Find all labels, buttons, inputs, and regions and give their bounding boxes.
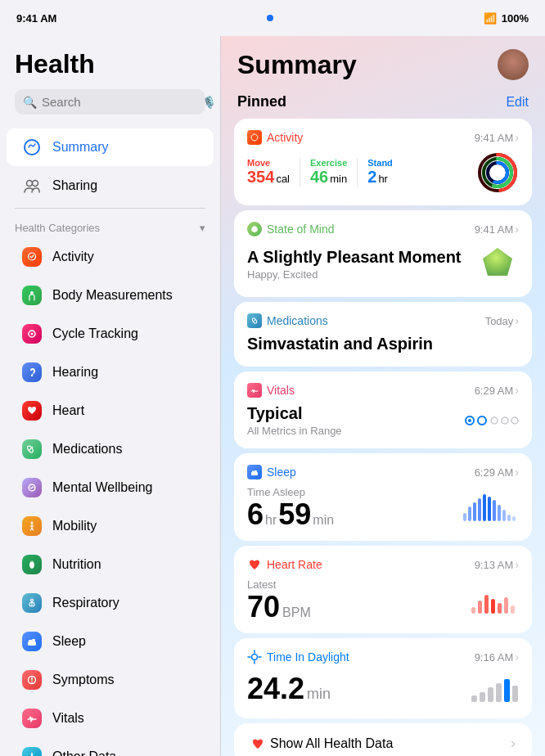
sidebar-item-label-activity: Activity bbox=[52, 250, 94, 264]
sidebar-item-activity[interactable]: Activity bbox=[7, 238, 214, 276]
sidebar-item-respiratory[interactable]: Respiratory bbox=[7, 584, 214, 622]
mic-icon[interactable]: 🎙️ bbox=[202, 96, 216, 109]
sidebar-item-heart[interactable]: Heart bbox=[7, 392, 214, 430]
move-label: Move bbox=[247, 158, 290, 168]
svg-point-37 bbox=[491, 417, 498, 424]
hr-title-row: Heart Rate bbox=[247, 557, 322, 572]
vitals-card-title: Vitals bbox=[267, 384, 295, 397]
daylight-chart bbox=[470, 671, 519, 707]
divider-metric-1 bbox=[300, 158, 300, 187]
svg-rect-60 bbox=[511, 605, 515, 614]
sidebar-item-label-respiratory: Respiratory bbox=[52, 596, 119, 610]
vitals-title-row: Vitals bbox=[247, 383, 295, 398]
sidebar-item-label-summary: Summary bbox=[52, 140, 108, 155]
sidebar-item-label-heart: Heart bbox=[52, 403, 84, 418]
svg-rect-53 bbox=[512, 516, 516, 521]
vitals-chevron: › bbox=[515, 384, 519, 397]
svg-point-0 bbox=[25, 140, 39, 155]
sidebar-item-vitals[interactable]: Vitals bbox=[7, 700, 214, 737]
search-bar[interactable]: 🔍 🎙️ bbox=[15, 89, 205, 115]
sidebar-item-mobility[interactable]: Mobility bbox=[7, 507, 214, 545]
health-categories-label: Health Categories bbox=[15, 222, 100, 234]
sidebar-item-label-sleep: Sleep bbox=[52, 634, 86, 649]
activity-card-icon bbox=[247, 130, 262, 145]
hr-value-group: 70 BPM bbox=[247, 592, 311, 622]
show-all-row[interactable]: Show All Health Data › bbox=[234, 723, 532, 756]
sidebar-nav: Summary Sharing Health Categories bbox=[0, 121, 220, 756]
state-of-mind-card[interactable]: State of Mind 9:41 AM › A Slightly Pleas… bbox=[234, 210, 532, 297]
meds-chevron: › bbox=[515, 314, 519, 327]
health-categories-header[interactable]: Health Categories ▾ bbox=[0, 212, 220, 237]
sleep-title-row: Sleep bbox=[247, 465, 296, 479]
vitals-text-group: Typical All Metrics in Range bbox=[247, 404, 342, 437]
symptoms-icon bbox=[21, 669, 43, 691]
sleep-card-icon bbox=[247, 465, 262, 479]
status-time: 9:41 AM bbox=[16, 12, 56, 25]
edit-button[interactable]: Edit bbox=[506, 95, 529, 110]
daylight-text-group: 24.2 min bbox=[247, 674, 331, 704]
hr-value: 70 bbox=[247, 592, 280, 622]
vitals-card[interactable]: Vitals 6:29 AM › Typical All Metrics in … bbox=[234, 371, 532, 448]
sidebar-item-cycle-tracking[interactable]: Cycle Tracking bbox=[7, 315, 214, 353]
hr-card-icon bbox=[247, 557, 262, 572]
search-input[interactable] bbox=[42, 95, 197, 109]
daylight-card[interactable]: Time In Daylight 9:16 AM › 24.2 min bbox=[234, 638, 532, 718]
sidebar-item-label-mobility: Mobility bbox=[52, 519, 97, 533]
sidebar-item-sharing[interactable]: Sharing bbox=[7, 167, 214, 205]
sidebar-item-body-measurements[interactable]: Body Measurements bbox=[7, 277, 214, 314]
sidebar-item-label-mental: Mental Wellbeing bbox=[52, 480, 152, 495]
svg-rect-66 bbox=[471, 695, 477, 702]
mobility-icon bbox=[21, 515, 43, 537]
heart-rate-card[interactable]: Heart Rate 9:13 AM › Latest 70 BPM bbox=[234, 546, 532, 633]
sidebar-item-nutrition[interactable]: Nutrition bbox=[7, 546, 214, 583]
medications-card[interactable]: Medications Today › Simvastatin and Aspi… bbox=[234, 302, 532, 367]
divider-metric-2 bbox=[357, 158, 358, 187]
sleep-minutes: 59 bbox=[278, 500, 311, 529]
status-bar: 9:41 AM 📶 100% bbox=[0, 0, 545, 36]
svg-rect-67 bbox=[480, 692, 485, 702]
sidebar-header: Health 🔍 🎙️ bbox=[0, 36, 220, 121]
sidebar-item-sleep[interactable]: Sleep bbox=[7, 623, 214, 660]
sidebar-item-label-symptoms: Symptoms bbox=[52, 673, 115, 687]
sleep-card[interactable]: Sleep 6:29 AM › Time Asleep 6 hr 59 min bbox=[234, 453, 532, 541]
state-emoji bbox=[476, 243, 519, 286]
hr-text-group: Latest 70 BPM bbox=[247, 578, 311, 622]
sidebar-item-hearing[interactable]: Hearing bbox=[7, 353, 214, 391]
pinned-section-row: Pinned Edit bbox=[221, 87, 545, 114]
avatar[interactable] bbox=[498, 49, 529, 80]
sleep-duration: 6 hr 59 min bbox=[247, 500, 334, 529]
svg-marker-31 bbox=[483, 248, 512, 276]
exercise-label: Exercise bbox=[310, 158, 347, 168]
sidebar-item-mental-wellbeing[interactable]: Mental Wellbeing bbox=[7, 469, 214, 506]
sidebar-item-other-data[interactable]: Other Data bbox=[7, 738, 214, 756]
show-all-icon bbox=[250, 736, 265, 751]
sidebar-item-label-sharing: Sharing bbox=[52, 178, 97, 193]
svg-point-1 bbox=[27, 181, 33, 187]
body-measurements-icon bbox=[21, 285, 43, 306]
svg-rect-40 bbox=[251, 472, 258, 475]
activity-ring bbox=[476, 151, 519, 194]
sleep-chart bbox=[462, 490, 519, 526]
vitals-subtext: All Metrics in Range bbox=[247, 425, 342, 437]
stand-metric: Stand 2 hr bbox=[367, 158, 393, 187]
sidebar-item-summary[interactable]: Summary bbox=[7, 128, 214, 166]
svg-point-65 bbox=[252, 655, 258, 660]
svg-rect-45 bbox=[473, 502, 476, 521]
svg-rect-52 bbox=[507, 515, 511, 521]
daylight-card-icon bbox=[247, 650, 262, 664]
svg-rect-57 bbox=[491, 599, 495, 614]
mental-wellbeing-icon bbox=[21, 477, 43, 498]
svg-rect-50 bbox=[498, 505, 501, 521]
activity-card[interactable]: Activity 9:41 AM › Move 354 cal bbox=[234, 119, 532, 205]
daylight-card-title: Time In Daylight bbox=[267, 650, 349, 664]
svg-rect-13 bbox=[32, 639, 35, 641]
svg-rect-46 bbox=[478, 498, 481, 521]
sidebar-item-symptoms[interactable]: Symptoms bbox=[7, 661, 214, 699]
state-card-header: State of Mind 9:41 AM › bbox=[247, 222, 519, 236]
activity-card-body: Move 354 cal Exercise 46 min bbox=[247, 151, 519, 194]
svg-point-5 bbox=[31, 333, 34, 335]
svg-rect-42 bbox=[254, 470, 257, 472]
sidebar-item-medications[interactable]: Medications bbox=[7, 430, 214, 468]
activity-title-row: Activity bbox=[247, 130, 303, 145]
svg-point-35 bbox=[468, 419, 471, 422]
